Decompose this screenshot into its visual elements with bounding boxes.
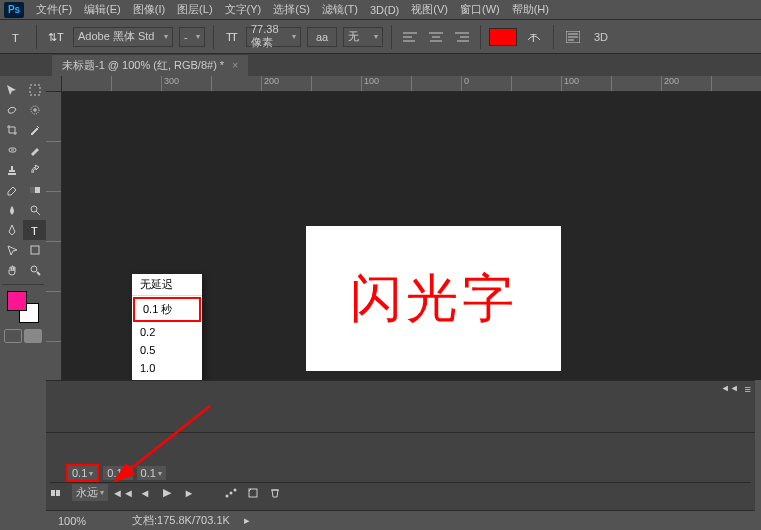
panel-collapse-icon[interactable]: ◄◄ xyxy=(721,383,739,395)
3d-button[interactable]: 3D xyxy=(590,26,612,48)
eraser-tool-icon[interactable] xyxy=(0,180,23,200)
frame-strip: 0.1▾ 0.1▾ 0.1▾ xyxy=(50,464,751,482)
svg-rect-25 xyxy=(30,187,35,193)
shape-tool-icon[interactable] xyxy=(23,240,46,260)
delay-option[interactable]: 0.1 秒 xyxy=(135,299,199,320)
svg-text:T: T xyxy=(231,31,238,43)
svg-rect-29 xyxy=(31,246,39,254)
zoom-tool-icon[interactable] xyxy=(23,260,46,280)
color-swatches[interactable] xyxy=(7,291,39,323)
delay-option[interactable]: 0.5 xyxy=(132,341,202,359)
dodge-tool-icon[interactable] xyxy=(23,200,46,220)
svg-point-35 xyxy=(226,494,229,497)
warp-text-icon[interactable]: T xyxy=(523,26,545,48)
status-bar: 100% 文档:175.8K/703.1K ▸ xyxy=(46,510,755,530)
menu-edit[interactable]: 编辑(E) xyxy=(78,2,127,17)
history-brush-tool-icon[interactable] xyxy=(23,160,46,180)
move-tool-icon[interactable] xyxy=(0,80,23,100)
frame-delay-button[interactable]: 0.1▾ xyxy=(137,466,166,480)
align-center-icon[interactable] xyxy=(426,27,446,47)
align-left-icon[interactable] xyxy=(400,27,420,47)
delay-option[interactable]: 1.0 xyxy=(132,359,202,377)
delay-menu-header[interactable]: 无延迟 xyxy=(132,274,202,296)
font-style-select[interactable]: -▾ xyxy=(179,27,205,47)
eyedropper-tool-icon[interactable] xyxy=(23,120,46,140)
menu-3d[interactable]: 3D(D) xyxy=(364,4,405,16)
menu-filter[interactable]: 滤镜(T) xyxy=(316,2,364,17)
paragraph-panel-icon[interactable] xyxy=(562,26,584,48)
quickmask-mode-icon[interactable] xyxy=(24,329,42,343)
status-more-icon[interactable]: ▸ xyxy=(244,514,250,527)
frame-delay-button[interactable]: 0.1▾ xyxy=(103,466,132,480)
options-bar: T ⇅T Adobe 黑体 Std▾ -▾ TT 77.38 像素▾ aa 无▾… xyxy=(0,20,761,54)
pen-tool-icon[interactable] xyxy=(0,220,23,240)
standard-mode-icon[interactable] xyxy=(4,329,22,343)
document-canvas[interactable]: 闪光字 xyxy=(306,226,561,371)
type-tool-icon: T xyxy=(6,26,28,48)
first-frame-icon[interactable]: ◄◄ xyxy=(116,486,130,500)
marquee-tool-icon[interactable] xyxy=(23,80,46,100)
zoom-level[interactable]: 100% xyxy=(58,515,118,527)
font-size-input[interactable]: 77.38 像素▾ xyxy=(246,27,301,47)
timeline-panel: ◄◄ ≡ 0.1▾ 0.1▾ 0.1▾ 永远▾ ◄◄ ◄ ▶ ► 100% 文档… xyxy=(46,380,755,530)
frame-delay-menu: 无延迟 0.1 秒 0.2 0.5 1.0 2.0 5.0 10.0 其它...… xyxy=(132,274,202,380)
svg-text:T: T xyxy=(12,32,19,44)
path-select-tool-icon[interactable] xyxy=(0,240,23,260)
font-family-select[interactable]: Adobe 黑体 Std▾ xyxy=(73,27,173,47)
crop-tool-icon[interactable] xyxy=(0,120,23,140)
svg-line-31 xyxy=(37,272,40,275)
document-tab[interactable]: 未标题-1 @ 100% (红, RGB/8#) * × xyxy=(52,54,248,76)
anti-alias-select[interactable]: aa xyxy=(307,27,337,47)
gradient-tool-icon[interactable] xyxy=(23,180,46,200)
toolbox: T xyxy=(0,76,46,343)
panel-menu-icon[interactable]: ≡ xyxy=(745,383,751,395)
next-frame-icon[interactable]: ► xyxy=(182,486,196,500)
loop-select[interactable]: 永远▾ xyxy=(72,484,108,501)
type-tool-icon[interactable]: T xyxy=(23,220,46,240)
play-icon[interactable]: ▶ xyxy=(160,486,174,500)
prev-frame-icon[interactable]: ◄ xyxy=(138,486,152,500)
app-logo: Ps xyxy=(4,2,24,18)
document-tab-title: 未标题-1 @ 100% (红, RGB/8#) * xyxy=(62,58,224,73)
menu-window[interactable]: 窗口(W) xyxy=(454,2,506,17)
lasso-tool-icon[interactable] xyxy=(0,100,23,120)
menu-type[interactable]: 文字(Y) xyxy=(219,2,268,17)
svg-text:⇅T: ⇅T xyxy=(48,31,64,43)
menu-view[interactable]: 视图(V) xyxy=(405,2,454,17)
svg-rect-34 xyxy=(56,490,60,496)
align-right-icon[interactable] xyxy=(452,27,472,47)
blur-tool-icon[interactable] xyxy=(0,200,23,220)
tween-icon[interactable] xyxy=(224,486,238,500)
menu-file[interactable]: 文件(F) xyxy=(30,2,78,17)
delay-option[interactable]: 2.0 xyxy=(132,377,202,380)
healing-tool-icon[interactable] xyxy=(0,140,23,160)
canvas-text: 闪光字 xyxy=(350,264,518,334)
svg-point-36 xyxy=(230,491,233,494)
menu-help[interactable]: 帮助(H) xyxy=(506,2,555,17)
frame-delay-button[interactable]: 0.1▾ xyxy=(66,464,99,482)
brush-tool-icon[interactable] xyxy=(23,140,46,160)
new-frame-icon[interactable] xyxy=(246,486,260,500)
menu-select[interactable]: 选择(S) xyxy=(267,2,316,17)
menu-layer[interactable]: 图层(L) xyxy=(171,2,218,17)
menu-bar: Ps 文件(F) 编辑(E) 图像(I) 图层(L) 文字(Y) 选择(S) 滤… xyxy=(0,0,761,20)
svg-point-37 xyxy=(234,488,237,491)
font-family-value: Adobe 黑体 Std xyxy=(78,29,154,44)
foreground-color[interactable] xyxy=(7,291,27,311)
convert-timeline-icon[interactable] xyxy=(50,486,64,500)
delay-option[interactable]: 0.2 xyxy=(132,323,202,341)
svg-rect-18 xyxy=(30,85,40,95)
vertical-ruler xyxy=(46,92,62,380)
orientation-toggle-icon[interactable]: ⇅T xyxy=(45,26,67,48)
text-color-swatch[interactable] xyxy=(489,28,517,46)
stamp-tool-icon[interactable] xyxy=(0,160,23,180)
ruler-corner xyxy=(46,76,62,92)
document-tab-row: 未标题-1 @ 100% (红, RGB/8#) * × xyxy=(0,54,761,76)
svg-text:T: T xyxy=(31,225,38,236)
hand-tool-icon[interactable] xyxy=(0,260,23,280)
quick-select-tool-icon[interactable] xyxy=(23,100,46,120)
align-method-select[interactable]: 无▾ xyxy=(343,27,383,47)
delete-frame-icon[interactable] xyxy=(268,486,282,500)
menu-image[interactable]: 图像(I) xyxy=(127,2,171,17)
close-tab-icon[interactable]: × xyxy=(232,60,238,71)
